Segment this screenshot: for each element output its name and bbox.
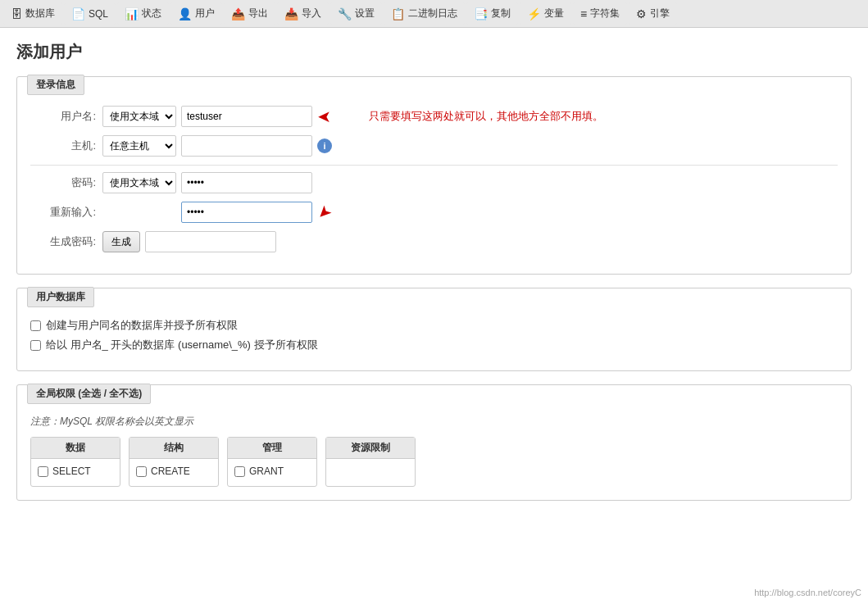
- login-section-body: 用户名: 使用文本域 ➤ 只需要填写这两处就可以，其他地方全部不用填。 主机: …: [17, 96, 851, 274]
- perm-box-admin: 管理 GRANT: [227, 437, 317, 487]
- perm-create-checkbox[interactable]: [136, 466, 147, 477]
- nav-charset[interactable]: ≡ 字符集: [573, 2, 627, 25]
- generate-controls: 生成: [102, 231, 276, 252]
- host-input[interactable]: [181, 135, 312, 157]
- password-type-select[interactable]: 使用文本域: [102, 172, 176, 193]
- main-content: 添加用户 登录信息 用户名: 使用文本域 ➤ 只需要填写这两处就可以，其他地方全…: [0, 28, 868, 604]
- top-navigation: 🗄 数据库 📄 SQL 📊 状态 👤 用户 📤 导出 📥 导入 🔧 设置 📋 二…: [0, 0, 868, 28]
- perm-box-structure-body: CREATE: [130, 459, 218, 486]
- nav-engine[interactable]: ⚙ 引擎: [629, 2, 677, 25]
- variables-icon: ⚡: [527, 7, 541, 20]
- host-label: 主机:: [30, 139, 96, 153]
- login-info-section: 登录信息 用户名: 使用文本域 ➤ 只需要填写这两处就可以，其他地方全部不用填。…: [16, 76, 852, 275]
- perm-select-checkbox[interactable]: [38, 466, 48, 477]
- user-db-option1-label: 创建与用户同名的数据库并授予所有权限: [46, 318, 238, 333]
- user-db-option2-label: 给以 用户名_ 开头的数据库 (username\_%) 授予所有权限: [46, 338, 318, 352]
- divider-1: [30, 165, 838, 166]
- perm-grant-checkbox[interactable]: [234, 466, 245, 477]
- perm-box-data-title: 数据: [31, 438, 120, 459]
- perm-grant: GRANT: [234, 465, 310, 477]
- perm-create-label: CREATE: [151, 465, 190, 477]
- perm-select-label: SELECT: [52, 465, 91, 477]
- perm-box-data: 数据 SELECT: [30, 437, 120, 487]
- nav-sql[interactable]: 📄 SQL: [64, 3, 116, 25]
- nav-variables[interactable]: ⚡ 变量: [520, 2, 571, 25]
- password-input[interactable]: [181, 172, 312, 193]
- perm-grant-label: GRANT: [249, 465, 284, 477]
- user-icon: 👤: [178, 7, 192, 20]
- host-row: 主机: 任意主机 i: [30, 135, 838, 157]
- export-icon: 📤: [231, 7, 245, 20]
- password-controls: 使用文本域: [102, 172, 312, 193]
- reenter-password-input[interactable]: [181, 202, 312, 223]
- host-controls: 任意主机 i: [102, 135, 332, 157]
- database-icon: 🗄: [11, 7, 22, 20]
- user-db-checkbox1[interactable]: [30, 320, 41, 331]
- login-section-legend: 登录信息: [27, 75, 84, 95]
- nav-settings[interactable]: 🔧 设置: [330, 2, 382, 25]
- arrow-username: ➤: [317, 107, 331, 126]
- perm-box-structure-title: 结构: [130, 438, 218, 459]
- annotation-text: 只需要填写这两处就可以，其他地方全部不用填。: [369, 109, 603, 124]
- settings-icon: 🔧: [338, 7, 352, 20]
- user-db-checkbox2[interactable]: [30, 340, 41, 351]
- page-title: 添加用户: [16, 41, 852, 63]
- binlog-icon: 📋: [391, 7, 405, 20]
- perm-select: SELECT: [38, 465, 113, 477]
- generate-button[interactable]: 生成: [102, 231, 140, 252]
- user-db-section: 用户数据库 创建与用户同名的数据库并授予所有权限 给以 用户名_ 开头的数据库 …: [16, 288, 852, 371]
- replication-icon: 📑: [474, 7, 488, 20]
- perm-box-resource: 资源限制: [325, 437, 416, 487]
- watermark: http://blog.csdn.net/coreyC: [754, 588, 861, 597]
- generate-password-row: 生成密码: 生成: [30, 231, 838, 252]
- sql-icon: 📄: [71, 7, 85, 20]
- username-row: 用户名: 使用文本域 ➤ 只需要填写这两处就可以，其他地方全部不用填。: [30, 106, 838, 127]
- status-icon: 📊: [125, 7, 139, 20]
- perm-box-data-body: SELECT: [31, 459, 120, 486]
- nav-status[interactable]: 📊 状态: [117, 2, 169, 25]
- perm-boxes-container: 数据 SELECT 结构 CREATE: [30, 437, 838, 487]
- perm-box-admin-body: GRANT: [228, 459, 316, 486]
- arrow-password: ➤: [312, 201, 336, 225]
- password-label: 密码:: [30, 175, 96, 190]
- perm-create: CREATE: [136, 465, 211, 477]
- global-perms-section: 全局权限 (全选 / 全不选) 注意：MySQL 权限名称会以英文显示 数据 S…: [16, 384, 852, 501]
- generated-password-input[interactable]: [145, 231, 276, 252]
- username-label: 用户名:: [30, 109, 96, 124]
- password-row: 密码: 使用文本域: [30, 172, 838, 193]
- perms-note: 注意：MySQL 权限名称会以英文显示: [30, 415, 838, 429]
- host-type-select[interactable]: 任意主机: [102, 135, 176, 157]
- user-db-option1-row: 创建与用户同名的数据库并授予所有权限: [30, 318, 838, 333]
- charset-icon: ≡: [580, 7, 587, 20]
- username-controls: 使用文本域 ➤ 只需要填写这两处就可以，其他地方全部不用填。: [102, 106, 603, 127]
- nav-replication[interactable]: 📑 复制: [466, 2, 518, 25]
- reenter-label: 重新输入:: [30, 205, 96, 220]
- perm-box-resource-body: [326, 459, 415, 484]
- nav-users[interactable]: 👤 用户: [170, 2, 222, 25]
- global-perms-body: 注意：MySQL 权限名称会以英文显示 数据 SELECT 结构: [17, 405, 851, 500]
- perm-box-structure: 结构 CREATE: [129, 437, 219, 487]
- info-icon[interactable]: i: [317, 139, 332, 153]
- nav-import[interactable]: 📥 导入: [277, 2, 329, 25]
- engine-icon: ⚙: [636, 7, 647, 20]
- user-db-body: 创建与用户同名的数据库并授予所有权限 给以 用户名_ 开头的数据库 (usern…: [17, 308, 851, 370]
- generate-label: 生成密码:: [30, 234, 96, 249]
- user-db-legend: 用户数据库: [27, 287, 94, 307]
- username-type-select[interactable]: 使用文本域: [102, 106, 176, 127]
- perm-box-resource-title: 资源限制: [326, 438, 415, 459]
- reenter-password-row: 重新输入: ➤: [30, 202, 838, 223]
- global-perms-legend: 全局权限 (全选 / 全不选): [27, 384, 151, 404]
- import-icon: 📥: [284, 7, 298, 20]
- nav-binlog[interactable]: 📋 二进制日志: [384, 2, 465, 25]
- username-input[interactable]: [181, 106, 312, 127]
- nav-export[interactable]: 📤 导出: [224, 2, 275, 25]
- perm-box-admin-title: 管理: [228, 438, 316, 459]
- nav-database[interactable]: 🗄 数据库: [3, 2, 62, 25]
- reenter-controls: ➤: [102, 202, 331, 223]
- user-db-option2-row: 给以 用户名_ 开头的数据库 (username\_%) 授予所有权限: [30, 338, 838, 352]
